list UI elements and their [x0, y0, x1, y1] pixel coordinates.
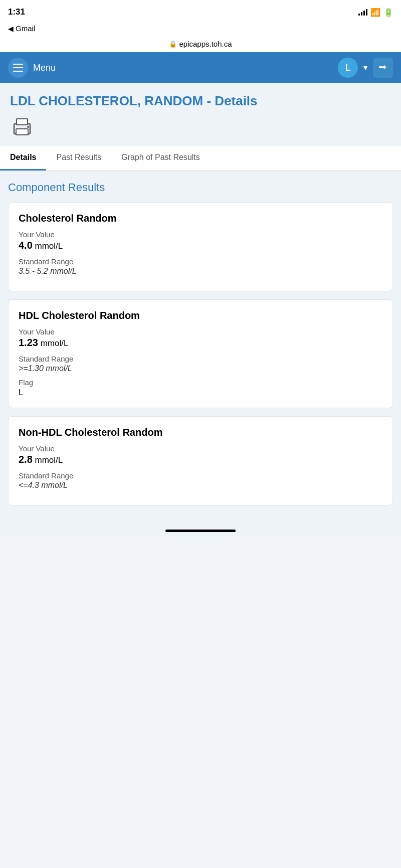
standard-range-label-3: Standard Range — [19, 471, 382, 480]
result-value-3: 2.8 mmol/L — [19, 454, 382, 465]
header-right: L ▼ ⮕ — [338, 58, 393, 78]
your-value-label-2: Your Value — [19, 327, 382, 336]
user-avatar[interactable]: L — [338, 58, 358, 78]
standard-range-value-3: <=4.3 mmol/L — [19, 481, 382, 490]
app-header: Menu L ▼ ⮕ — [0, 52, 401, 83]
tab-details[interactable]: Details — [0, 146, 46, 170]
standard-range-label-1: Standard Range — [19, 257, 382, 266]
status-icons: 📶 🔋 — [358, 8, 393, 17]
signal-icon — [358, 9, 367, 16]
url-bar: 🔒 epicapps.toh.ca — [0, 37, 401, 52]
logout-icon: ⮕ — [378, 63, 387, 73]
your-value-label-3: Your Value — [19, 444, 382, 453]
tab-graph-of-past-results[interactable]: Graph of Past Results — [111, 146, 210, 170]
svg-point-3 — [27, 126, 29, 128]
battery-icon: 🔋 — [383, 8, 393, 17]
result-card-non-hdl-cholesterol: Non-HDL Cholesterol Random Your Value 2.… — [8, 416, 393, 505]
menu-button[interactable]: Menu — [8, 58, 56, 78]
hamburger-line-2 — [13, 67, 23, 68]
tabs-container: Details Past Results Graph of Past Resul… — [0, 146, 401, 171]
svg-rect-2 — [17, 119, 28, 125]
result-card-cholesterol-random: Cholesterol Random Your Value 4.0 mmol/L… — [8, 202, 393, 291]
result-card-title-1: Cholesterol Random — [19, 213, 382, 224]
hamburger-line-1 — [13, 64, 23, 65]
section-heading: Component Results — [8, 181, 393, 194]
page-title: LDL CHOLESTEROL, RANDOM - Details — [10, 93, 391, 109]
menu-label: Menu — [33, 63, 56, 73]
home-indicator-area — [0, 524, 401, 536]
lock-icon: 🔒 — [169, 40, 177, 48]
status-bar: 1:31 📶 🔋 — [0, 0, 401, 22]
tab-past-results[interactable]: Past Results — [46, 146, 111, 170]
status-time: 1:31 — [8, 7, 25, 17]
page-title-area: LDL CHOLESTEROL, RANDOM - Details — [0, 83, 401, 146]
standard-range-value-1: 3.5 - 5.2 mmol/L — [19, 267, 382, 276]
back-nav: ◀ Gmail — [0, 22, 401, 37]
home-indicator-bar — [165, 530, 236, 532]
result-card-title-2: HDL Cholesterol Random — [19, 310, 382, 321]
flag-value-2: L — [19, 388, 382, 398]
wifi-icon: 📶 — [370, 8, 380, 17]
printer-icon — [11, 118, 33, 137]
result-value-2: 1.23 mmol/L — [19, 337, 382, 349]
url-text: epicapps.toh.ca — [179, 40, 232, 48]
logout-button[interactable]: ⮕ — [373, 58, 393, 78]
standard-range-value-2: >=1.30 mmol/L — [19, 364, 382, 373]
hamburger-icon — [8, 58, 28, 78]
dropdown-arrow-icon: ▼ — [362, 64, 369, 72]
print-button[interactable] — [10, 117, 34, 138]
your-value-label-1: Your Value — [19, 230, 382, 239]
result-card-hdl-cholesterol: HDL Cholesterol Random Your Value 1.23 m… — [8, 299, 393, 408]
svg-rect-1 — [16, 129, 28, 135]
back-arrow-icon: ◀ — [8, 25, 14, 33]
main-content: Component Results Cholesterol Random You… — [0, 171, 401, 524]
back-label[interactable]: Gmail — [16, 24, 35, 33]
hamburger-line-3 — [13, 71, 23, 72]
result-card-title-3: Non-HDL Cholesterol Random — [19, 427, 382, 438]
flag-label-2: Flag — [19, 378, 382, 387]
standard-range-label-2: Standard Range — [19, 355, 382, 363]
result-value-1: 4.0 mmol/L — [19, 240, 382, 251]
